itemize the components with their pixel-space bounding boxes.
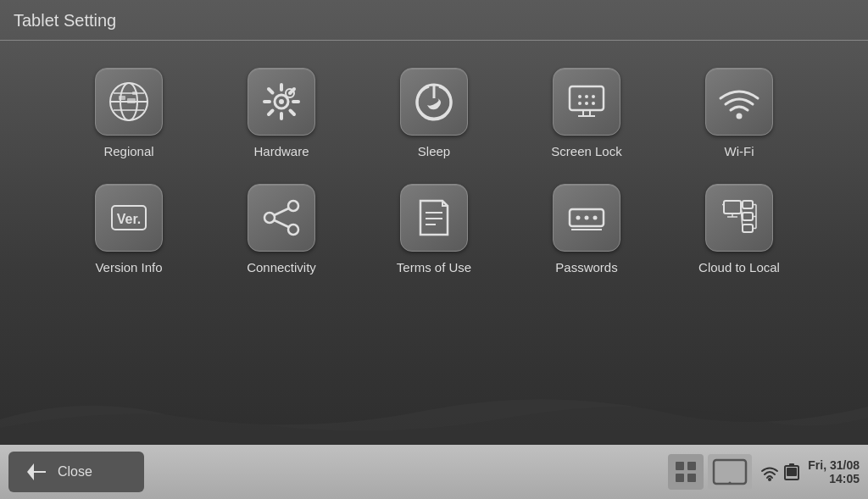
- icons-row-1: Regional: [53, 59, 815, 167]
- tablet-icon: [712, 458, 748, 485]
- cloud-to-local-label: Cloud to Local: [698, 260, 780, 274]
- taskbar: Close: [0, 445, 868, 499]
- svg-rect-49: [724, 201, 741, 213]
- passwords-icon-box: [553, 184, 620, 252]
- svg-rect-68: [687, 474, 696, 482]
- password-icon: [565, 196, 609, 240]
- icon-connectivity[interactable]: Connectivity: [205, 175, 358, 283]
- taskbar-right: Fri, 31/08 14:05: [668, 454, 860, 490]
- icon-screen-lock[interactable]: Screen Lock: [510, 59, 663, 167]
- screenlock-icon: [565, 80, 609, 124]
- grid-icon-box[interactable]: [668, 454, 704, 490]
- svg-marker-64: [27, 463, 46, 480]
- svg-point-33: [737, 114, 743, 119]
- svg-rect-66: [687, 462, 696, 470]
- svg-point-28: [585, 95, 588, 98]
- wifi-icon: [717, 80, 761, 124]
- version-icon: Ver.: [107, 196, 151, 240]
- date-text: Fri, 31/08: [808, 458, 860, 472]
- svg-rect-74: [789, 463, 794, 466]
- wifi-icon-box: [705, 68, 773, 136]
- cloudlocal-icon: [717, 196, 761, 240]
- sleep-icon: [412, 80, 456, 124]
- svg-line-40: [275, 220, 289, 227]
- status-icons: [760, 463, 799, 481]
- icon-passwords[interactable]: Passwords: [510, 175, 663, 283]
- cloud-to-local-icon-box: [705, 184, 773, 252]
- icon-terms-of-use[interactable]: Terms of Use: [358, 175, 510, 283]
- screen-lock-icon-box: [553, 68, 620, 136]
- svg-point-38: [264, 213, 275, 223]
- svg-point-29: [592, 95, 595, 98]
- document-icon: [412, 196, 456, 240]
- terms-of-use-icon-box: [400, 184, 468, 252]
- wifi-label: Wi-Fi: [725, 144, 754, 158]
- svg-rect-67: [676, 474, 684, 482]
- icon-hardware[interactable]: Hardware: [205, 59, 358, 167]
- svg-point-30: [578, 102, 581, 105]
- svg-rect-6: [127, 98, 136, 103]
- tablet-icon-box[interactable]: [708, 454, 752, 490]
- world-icon: [107, 80, 151, 124]
- taskbar-device-icons: [668, 454, 752, 490]
- icon-wifi[interactable]: Wi-Fi: [663, 59, 815, 167]
- svg-line-17: [269, 111, 273, 115]
- wave-decoration: [0, 385, 868, 445]
- svg-line-15: [291, 111, 295, 115]
- close-label: Close: [58, 464, 92, 480]
- icon-version-info[interactable]: Ver. Version Info: [53, 175, 205, 283]
- gear-icon: [259, 80, 303, 124]
- svg-rect-7: [132, 91, 137, 95]
- close-arrow-icon: [25, 460, 49, 484]
- svg-point-46: [585, 216, 589, 220]
- svg-rect-54: [743, 213, 753, 220]
- svg-point-32: [592, 102, 595, 105]
- svg-point-47: [593, 216, 598, 220]
- svg-point-36: [288, 201, 298, 211]
- hardware-icon-box: [248, 68, 315, 136]
- hardware-label: Hardware: [253, 144, 309, 158]
- svg-rect-65: [676, 462, 684, 470]
- svg-point-72: [768, 478, 771, 481]
- battery-icon: [784, 463, 799, 481]
- svg-rect-70: [716, 463, 743, 481]
- connectivity-label: Connectivity: [247, 260, 316, 274]
- svg-rect-55: [743, 225, 753, 232]
- version-info-label: Version Info: [95, 260, 162, 274]
- svg-point-37: [288, 225, 298, 235]
- sleep-label: Sleep: [418, 144, 450, 158]
- page-title: Tablet Setting: [14, 11, 116, 30]
- svg-point-27: [578, 95, 581, 98]
- svg-point-31: [585, 102, 588, 105]
- svg-line-39: [275, 208, 289, 215]
- svg-point-19: [288, 91, 292, 95]
- svg-point-71: [729, 482, 732, 485]
- svg-rect-53: [743, 201, 753, 208]
- svg-line-14: [269, 89, 273, 93]
- header: Tablet Setting: [0, 0, 868, 41]
- icons-grid: Regional: [0, 47, 868, 296]
- sleep-icon-box: [400, 68, 468, 136]
- datetime-display: Fri, 31/08 14:05: [808, 458, 860, 485]
- svg-text:Ver.: Ver.: [117, 212, 141, 226]
- close-button[interactable]: Close: [8, 452, 144, 492]
- version-info-icon-box: Ver.: [95, 184, 163, 252]
- icon-cloud-to-local[interactable]: Cloud to Local: [663, 175, 815, 283]
- connectivity-icon-box: [248, 184, 315, 252]
- time-text: 14:05: [829, 472, 860, 485]
- wifi-status-icon: [760, 463, 779, 481]
- svg-point-9: [279, 99, 284, 104]
- regional-icon-box: [95, 68, 163, 136]
- icon-regional[interactable]: Regional: [53, 59, 205, 167]
- svg-line-63: [741, 208, 743, 229]
- svg-rect-5: [119, 96, 125, 100]
- grid-icon: [674, 460, 698, 484]
- passwords-label: Passwords: [555, 260, 617, 274]
- icon-sleep[interactable]: Sleep: [358, 59, 510, 167]
- share-icon: [259, 196, 303, 240]
- svg-rect-75: [787, 468, 797, 476]
- screen-lock-label: Screen Lock: [551, 144, 621, 158]
- regional-label: Regional: [103, 144, 153, 158]
- svg-point-45: [576, 216, 581, 220]
- terms-of-use-label: Terms of Use: [397, 260, 471, 274]
